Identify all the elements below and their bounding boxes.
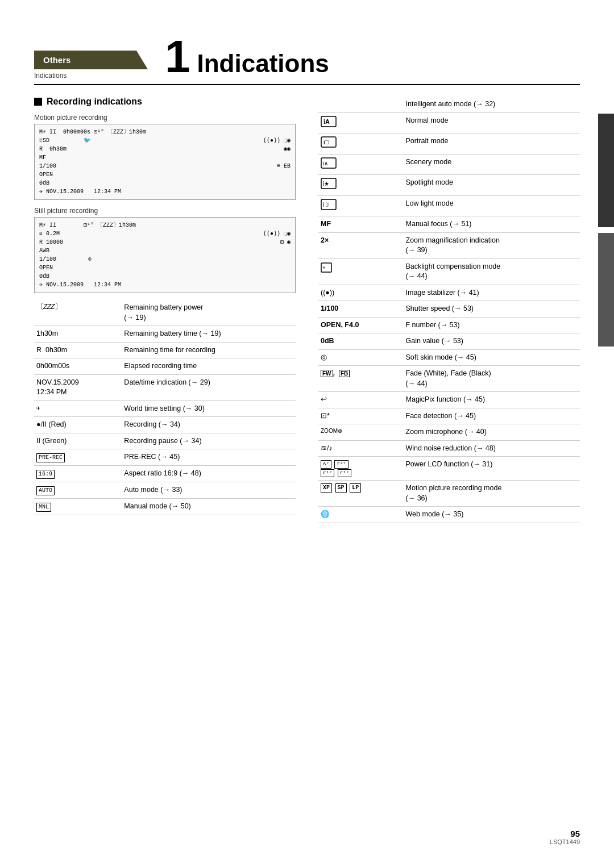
description-cell: Image stabilizer (→ 41) — [404, 285, 580, 301]
table-row: FW, FB Fade (White), Fade (Black)(→ 44) — [318, 366, 580, 392]
description-cell: Recording (→ 34) — [122, 417, 296, 433]
description-cell: Normal mode — [404, 112, 580, 133]
page-code: LSQT1449 — [550, 838, 580, 845]
icon-cell: AUTO — [34, 482, 122, 499]
icon-cell: MF — [318, 216, 404, 233]
description-cell: Date/time indication (→ 29) — [122, 374, 296, 400]
portrait-mode-icon: i□ — [321, 136, 337, 148]
description-cell: MagicPix function (→ 45) — [404, 392, 580, 408]
page-footer: 95 LSQT1449 — [550, 829, 580, 845]
icon-cell: i★ — [318, 175, 404, 196]
description-cell: Backlight compensation mode(→ 44) — [404, 258, 580, 285]
table-row: ⊡* Face detection (→ 45) — [318, 408, 580, 424]
svg-text:i☽: i☽ — [323, 202, 329, 208]
description-cell: Face detection (→ 45) — [404, 408, 580, 424]
description-cell: Remaining battery power(→ 19) — [122, 300, 296, 326]
table-row: + Backlight compensation mode(→ 44) — [318, 258, 580, 285]
table-row: ((●)) Image stabilizer (→ 41) — [318, 285, 580, 301]
right-column: Intelligent auto mode (→ 32) iA Normal m… — [318, 97, 580, 523]
icon-cell: iA — [318, 112, 404, 133]
icon-cell: 16:9 — [34, 466, 122, 482]
table-row: A° r²° r¹° r¹° Power LCD function (→ 31) — [318, 457, 580, 481]
table-row: ≋/♪ Wind noise reduction (→ 48) — [318, 440, 580, 457]
description-cell: Spotlight mode — [404, 175, 580, 196]
section-heading: Recording indications — [34, 97, 296, 107]
icon-cell: ≋/♪ — [318, 440, 404, 457]
icon-cell: II (Green) — [34, 433, 122, 449]
description-cell: Aspect ratio 16:9 (→ 48) — [122, 466, 296, 482]
table-row: OPEN, F4.0 F number (→ 53) — [318, 317, 580, 333]
icon-cell: 0h00m00s — [34, 358, 122, 375]
table-row: i□ Portrait mode — [318, 133, 580, 155]
icon-cell: ✈ — [34, 400, 122, 417]
sidebar-tab-1 — [598, 114, 614, 227]
description-cell: Zoom microphone (→ 40) — [404, 424, 580, 441]
table-row: R 0h30m Remaining time for recording — [34, 342, 296, 358]
description-cell: Power LCD function (→ 31) — [404, 457, 580, 481]
icon-cell: FW, FB — [318, 366, 404, 392]
svg-text:i□: i□ — [323, 139, 329, 145]
description-cell: Gain value (→ 53) — [404, 333, 580, 350]
description-cell: F number (→ 53) — [404, 317, 580, 333]
icon-cell: 2× — [318, 232, 404, 258]
table-row: NOV.15.2009 12:34 PM Date/time indicatio… — [34, 374, 296, 400]
breadcrumb: Indications — [34, 72, 67, 80]
svg-text:i∧: i∧ — [323, 160, 328, 166]
icon-cell: ZOOM⊕ — [318, 424, 404, 441]
table-row: 0dB Gain value (→ 53) — [318, 333, 580, 350]
motion-picture-label: Motion picture recording — [34, 114, 296, 122]
spotlight-mode-icon: i★ — [321, 178, 337, 189]
backlight-comp-icon: + — [321, 262, 333, 273]
icon-cell: OPEN, F4.0 — [318, 317, 404, 333]
table-row: 0h00m00s Elapsed recording time — [34, 358, 296, 375]
svg-text:+: + — [322, 265, 326, 271]
icon-cell: ●/II (Red) — [34, 417, 122, 433]
sidebar-tab-2 — [598, 233, 614, 347]
icon-cell: + — [318, 258, 404, 285]
low-light-mode-icon: i☽ — [321, 199, 337, 210]
icon-cell: A° r²° r¹° r¹° — [318, 457, 404, 481]
description-cell: World time setting (→ 30) — [122, 400, 296, 417]
icon-cell: ((●)) — [318, 285, 404, 301]
table-row: i★ Spotlight mode — [318, 175, 580, 196]
table-row: ↩ MagicPix function (→ 45) — [318, 392, 580, 408]
table-row: ZOOM⊕ Zoom microphone (→ 40) — [318, 424, 580, 441]
icon-cell: XP SP LP — [318, 481, 404, 507]
description-cell: Motion picture recording mode(→ 36) — [404, 481, 580, 507]
description-cell: Soft skin mode (→ 45) — [404, 349, 580, 366]
icon-cell: 〔ZZZ〕 — [34, 300, 122, 326]
icon-cell: ◎ — [318, 349, 404, 366]
icon-cell: i☽ — [318, 195, 404, 216]
icon-cell: MNL — [34, 499, 122, 515]
normal-mode-icon: iA — [321, 116, 337, 127]
chapter-number: 1 — [165, 34, 190, 80]
icon-cell: i∧ — [318, 154, 404, 175]
description-cell: Recording pause (→ 34) — [122, 433, 296, 449]
left-column: Recording indications Motion picture rec… — [34, 97, 296, 523]
description-cell: Manual focus (→ 51) — [404, 216, 580, 233]
table-row: ●/II (Red) Recording (→ 34) — [34, 417, 296, 433]
table-row: 1h30m Remaining battery time (→ 19) — [34, 326, 296, 343]
icon-cell: 1/100 — [318, 301, 404, 318]
description-cell: Zoom magnification indication(→ 39) — [404, 232, 580, 258]
motion-picture-preview: M⚡ II 0h00m00s ⊡¹° 〔ZZZ〕1h30m ≡SD 🐦 ((●)… — [34, 124, 296, 200]
description-cell: Remaining time for recording — [122, 342, 296, 358]
icon-cell: NOV.15.2009 12:34 PM — [34, 374, 122, 400]
others-tab: Others — [34, 51, 148, 69]
still-picture-preview: M⚡ II ⊡¹° 〔ZZZ〕1h30m ≡ 0.2M ((●)) ⬚◉ R 1… — [34, 217, 296, 293]
description-cell: Wind noise reduction (→ 48) — [404, 440, 580, 457]
description-cell: Remaining battery time (→ 19) — [122, 326, 296, 343]
table-row: Intelligent auto mode (→ 32) — [318, 97, 580, 112]
table-row: 🌐 Web mode (→ 35) — [318, 507, 580, 523]
icon-cell: 1h30m — [34, 326, 122, 343]
page-wrapper: Others Indications 1 Indications Recordi… — [0, 0, 614, 557]
left-indications-table: 〔ZZZ〕 Remaining battery power(→ 19) 1h30… — [34, 300, 296, 515]
table-row: 2× Zoom magnification indication(→ 39) — [318, 232, 580, 258]
table-row: i∧ Scenery mode — [318, 154, 580, 175]
description-cell: Shutter speed (→ 53) — [404, 301, 580, 318]
icon-cell: R 0h30m — [34, 342, 122, 358]
description-cell: Elapsed recording time — [122, 358, 296, 375]
icon-cell: PRE-REC — [34, 449, 122, 466]
table-row: II (Green) Recording pause (→ 34) — [34, 433, 296, 449]
page-number: 95 — [550, 829, 580, 838]
